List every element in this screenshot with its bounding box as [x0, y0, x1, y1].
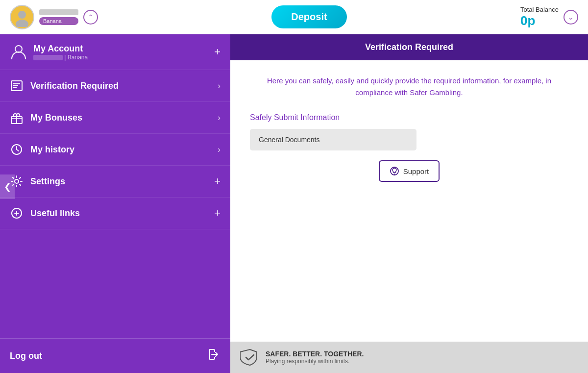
header-left: Banana ⌃	[10, 5, 98, 29]
settings-label: Settings	[30, 176, 214, 187]
verification-label: Verification Required	[30, 81, 218, 91]
account-sub: | Banana	[33, 54, 214, 61]
chevron-down-icon: ⌄	[568, 13, 574, 21]
content-body: Here you can safely, easily and quickly …	[230, 60, 588, 342]
sidebar-item-bonuses[interactable]: My Bonuses ›	[0, 102, 230, 134]
chevron-up-icon: ⌃	[88, 13, 94, 21]
deposit-button[interactable]: Deposit	[271, 5, 346, 28]
history-arrow-icon: ›	[218, 145, 220, 155]
username-blur	[39, 9, 78, 15]
account-username-blur	[33, 55, 63, 60]
safer-gambling-sub: Playing responsibly within limits.	[266, 358, 364, 365]
verification-arrow-icon: ›	[218, 81, 220, 91]
sidebar-item-history[interactable]: My history ›	[0, 134, 230, 166]
support-label: Support	[403, 167, 429, 175]
header-center: Deposit	[98, 5, 520, 28]
chevron-down-button[interactable]: ⌄	[564, 10, 578, 25]
sidebar: My Account | Banana + Verification Requi…	[0, 34, 230, 373]
history-label: My history	[30, 145, 218, 155]
content-area: Verification Required Here you can safel…	[230, 34, 588, 373]
balance-amount: 0p	[520, 13, 559, 28]
history-icon	[10, 143, 24, 156]
sidebar-item-verification[interactable]: Verification Required ›	[0, 70, 230, 102]
content-header: Verification Required	[230, 34, 588, 60]
sidebar-item-useful-links[interactable]: Useful links +	[0, 198, 230, 229]
settings-plus-icon: +	[214, 175, 220, 188]
svg-point-9	[15, 179, 19, 183]
svg-point-1	[16, 20, 28, 27]
logout-label: Log out	[10, 351, 207, 361]
banana-badge: Banana	[39, 17, 78, 25]
support-icon	[390, 166, 399, 176]
verification-icon	[10, 79, 24, 93]
right-chevron-icon: ❯	[577, 181, 585, 192]
logout-button[interactable]: Log out	[0, 339, 230, 373]
useful-links-plus-icon: +	[214, 207, 220, 220]
sidebar-footer: Log out	[0, 338, 230, 373]
left-arrow-button[interactable]: ❮	[0, 174, 15, 199]
svg-point-0	[18, 11, 26, 19]
avatar	[10, 5, 34, 29]
safer-gambling-text: SAFER. BETTER. TOGETHER. Playing respons…	[266, 350, 364, 365]
logout-icon	[207, 348, 220, 364]
balance-label: Total Balance	[520, 6, 559, 13]
safer-gambling-shield-icon	[240, 348, 260, 367]
account-title: My Account	[33, 44, 214, 54]
header-right: Total Balance 0p ⌄	[520, 6, 578, 28]
content-description: Here you can safely, easily and quickly …	[250, 75, 568, 99]
safer-gambling-title: SAFER. BETTER. TOGETHER.	[266, 350, 364, 358]
svg-point-12	[394, 174, 395, 174]
chevron-up-button[interactable]: ⌃	[83, 10, 98, 25]
bonuses-label: My Bonuses	[30, 113, 218, 123]
right-arrow-button[interactable]: ❯	[573, 174, 588, 199]
account-text: My Account | Banana	[33, 44, 214, 61]
account-icon	[10, 43, 27, 61]
bonuses-arrow-icon: ›	[218, 113, 220, 123]
account-plus-icon: +	[214, 46, 220, 58]
header: Banana ⌃ Deposit Total Balance 0p ⌄	[0, 0, 588, 34]
useful-links-icon	[10, 206, 24, 220]
support-section: Support	[250, 150, 568, 201]
content-footer: SAFER. BETTER. TOGETHER. Playing respons…	[230, 342, 588, 373]
main-layout: ❮ My Account | Banana +	[0, 34, 588, 373]
account-separator: | Banana	[64, 54, 88, 61]
submit-title: Safely Submit Information	[250, 113, 568, 122]
bonuses-icon	[10, 111, 24, 124]
balance-info: Total Balance 0p	[520, 6, 559, 28]
useful-links-label: Useful links	[30, 208, 214, 219]
user-info: Banana	[39, 9, 78, 25]
sidebar-item-account[interactable]: My Account | Banana +	[0, 34, 230, 70]
sidebar-item-settings[interactable]: Settings +	[0, 166, 230, 198]
left-chevron-icon: ❮	[4, 181, 11, 192]
support-button[interactable]: Support	[379, 160, 440, 182]
general-docs-box[interactable]: General Documents	[250, 129, 416, 150]
